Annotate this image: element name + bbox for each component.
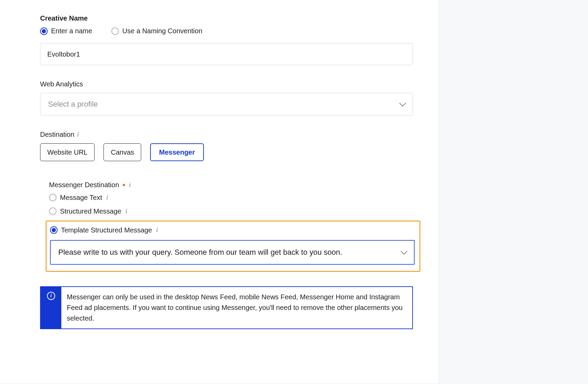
radio-icon (40, 27, 48, 35)
radio-structured-message[interactable]: Structured Message i (49, 206, 413, 216)
form-panel: Creative Name Enter a name Use a Naming … (0, 0, 439, 384)
radio-message-text[interactable]: Message Text i (49, 192, 413, 203)
web-analytics-label: Web Analytics (40, 80, 413, 88)
template-select-value: Please write to us with your query. Some… (58, 248, 342, 257)
radio-template-structured-message[interactable]: Template Structured Message i (50, 225, 417, 235)
creative-name-input[interactable] (40, 43, 413, 65)
radio-icon (49, 194, 57, 201)
radio-icon (49, 207, 57, 215)
radio-label: Template Structured Message (61, 226, 152, 234)
info-icon[interactable]: i (106, 194, 108, 201)
radio-icon (50, 226, 58, 234)
info-banner-accent: i (41, 287, 61, 328)
chevron-down-icon (401, 248, 407, 255)
destination-label: Destination (40, 131, 74, 139)
template-highlight: Template Structured Message i Please wri… (46, 220, 420, 272)
web-analytics-select[interactable]: Select a profile (40, 93, 413, 116)
info-icon[interactable]: i (125, 208, 127, 215)
right-gutter (439, 0, 588, 384)
messenger-destination-label: Messenger Destination (49, 181, 119, 189)
template-message-select[interactable]: Please write to us with your query. Some… (50, 240, 415, 265)
messenger-info-banner: i Messenger can only be used in the desk… (40, 286, 413, 329)
radio-use-naming-convention[interactable]: Use a Naming Convention (111, 27, 202, 35)
info-icon: i (47, 292, 55, 300)
select-placeholder: Select a profile (48, 100, 98, 109)
info-icon[interactable]: i (129, 181, 131, 189)
radio-label: Enter a name (51, 27, 92, 35)
info-icon[interactable]: i (77, 131, 79, 138)
info-icon[interactable]: i (156, 227, 158, 234)
radio-label: Structured Message (60, 207, 121, 215)
radio-label: Use a Naming Convention (122, 27, 202, 35)
radio-icon (111, 27, 119, 35)
destination-messenger-button[interactable]: Messenger (150, 143, 204, 161)
required-indicator (123, 184, 125, 186)
radio-enter-a-name[interactable]: Enter a name (40, 27, 92, 35)
destination-canvas-button[interactable]: Canvas (103, 143, 141, 161)
radio-label: Message Text (60, 194, 102, 202)
destination-website-button[interactable]: Website URL (40, 143, 95, 161)
chevron-down-icon (399, 100, 406, 107)
info-banner-text: Messenger can only be used in the deskto… (61, 287, 412, 328)
creative-name-label: Creative Name (40, 14, 413, 22)
